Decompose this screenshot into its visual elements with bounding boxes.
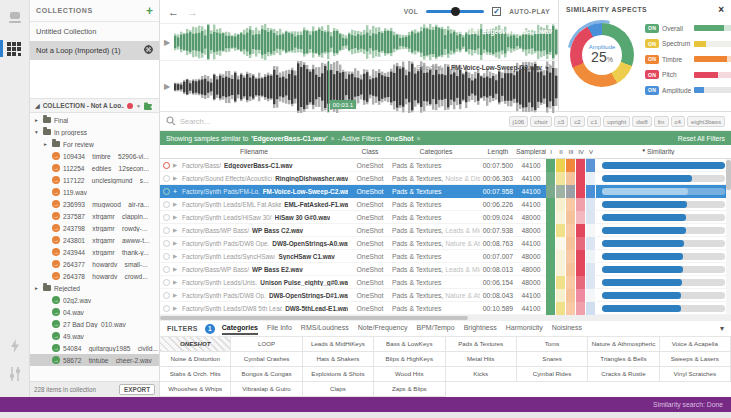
row-marker-ring-icon[interactable] bbox=[163, 188, 170, 195]
aspect-weight-bar[interactable] bbox=[694, 87, 731, 93]
back-button[interactable]: ← bbox=[168, 6, 179, 18]
close-icon[interactable]: × bbox=[718, 4, 724, 15]
column-header-ii[interactable]: II bbox=[556, 149, 566, 155]
collection-item[interactable]: Untitled Collection bbox=[30, 22, 159, 41]
row-marker-ring-icon[interactable] bbox=[163, 162, 170, 169]
category-button[interactable]: Noise & Distortion bbox=[160, 352, 231, 367]
category-button[interactable]: Vinyl Scratches bbox=[660, 367, 731, 382]
row-play-icon[interactable]: ▶ bbox=[173, 227, 179, 233]
playhead-cursor[interactable] bbox=[328, 61, 329, 112]
category-button[interactable]: Hats & Shakers bbox=[303, 352, 374, 367]
tree-item[interactable]: →264377__howardv__small-... bbox=[30, 258, 159, 270]
row-play-icon[interactable]: ▶ bbox=[173, 305, 179, 311]
tree-item[interactable]: →243801__xtrgamr__awww-t... bbox=[30, 234, 159, 246]
tree-item[interactable]: →58672__tintube__cheer-2.wav bbox=[30, 354, 159, 366]
category-button[interactable]: Snares bbox=[517, 352, 588, 367]
category-button[interactable]: Bass & LowKeys bbox=[374, 337, 445, 352]
forward-button[interactable]: → bbox=[187, 6, 198, 18]
category-button[interactable]: Metal Hits bbox=[446, 352, 517, 367]
volume-knob[interactable] bbox=[451, 7, 460, 16]
category-button[interactable]: LOOP bbox=[231, 337, 302, 352]
category-button[interactable]: Bongos & Congas bbox=[231, 367, 302, 382]
table-row[interactable]: ▶Factory/Bass/WP Bass/ WP Bass E2.wavOne… bbox=[160, 263, 731, 276]
search-input[interactable] bbox=[180, 117, 505, 126]
category-button[interactable]: Wood Hits bbox=[374, 367, 445, 382]
row-marker-ring-icon[interactable] bbox=[163, 214, 170, 221]
column-header-samplerate[interactable]: Samplerate bbox=[516, 148, 546, 155]
lightning-icon[interactable] bbox=[6, 337, 24, 355]
tree-dropdown-icon[interactable]: ▼ bbox=[136, 103, 141, 109]
category-button[interactable]: Sweeps & Lasers bbox=[660, 352, 731, 367]
row-play-icon[interactable]: ▶ bbox=[173, 266, 179, 272]
tree-item[interactable]: →243798__xtrgamr__rowdy-... bbox=[30, 222, 159, 234]
column-header-iii[interactable]: III bbox=[566, 149, 576, 155]
tree-item[interactable]: →04.wav bbox=[30, 306, 159, 318]
table-row[interactable]: ▶Factory/Synth Leads/Unis... Unison Puls… bbox=[160, 276, 731, 289]
filter-tab-categories[interactable]: Categories bbox=[222, 322, 258, 335]
collection-tree-header[interactable]: ◢ COLLECTION - Not A Loo.. ▼ bbox=[30, 98, 159, 113]
record-dot-icon[interactable] bbox=[127, 103, 133, 109]
row-marker-ring-icon[interactable] bbox=[163, 305, 170, 312]
column-header-length[interactable]: Length bbox=[480, 148, 516, 155]
collection-item[interactable]: Not a Loop (Imported) (1) bbox=[30, 41, 159, 60]
search-tag[interactable]: c3 bbox=[554, 116, 569, 127]
table-row[interactable]: ▶Factory/Synth Leads/EML Fat Aske... EML… bbox=[160, 198, 731, 211]
row-play-icon[interactable]: ▶ bbox=[173, 240, 179, 246]
category-button[interactable]: Pads & Textures bbox=[446, 337, 517, 352]
volume-slider[interactable] bbox=[426, 10, 484, 13]
filter-tab-noisiness[interactable]: Noisiness bbox=[552, 322, 582, 335]
tree-item[interactable]: →243944__xtrgamr__thank-y... bbox=[30, 246, 159, 258]
search-tag[interactable]: dw8 bbox=[632, 116, 651, 127]
row-play-icon[interactable]: ▶ bbox=[173, 279, 179, 285]
tree-item[interactable]: →117122__unclesigmund__s... bbox=[30, 174, 159, 186]
selected-waveform[interactable]: Selected: FM-Voice-Low-Sweep-C2.wav 00:0… bbox=[174, 61, 558, 112]
tree-item[interactable]: →264378__howardv__crowd... bbox=[30, 270, 159, 282]
row-play-icon[interactable]: ▶ bbox=[173, 253, 179, 259]
tree-item[interactable]: →237587__xtrgamr__clappin... bbox=[30, 210, 159, 222]
tree-item[interactable]: →54084__guitarguy1985__civild... bbox=[30, 342, 159, 354]
search-tag[interactable]: upright bbox=[603, 116, 630, 127]
row-play-icon[interactable]: ▶ bbox=[173, 292, 179, 298]
tree-item[interactable]: →27 Bad Day_010.wav bbox=[30, 318, 159, 330]
aspect-weight-bar[interactable] bbox=[694, 25, 731, 31]
column-header-filename[interactable]: Filename bbox=[160, 148, 348, 155]
category-button[interactable]: Voice & Acapella bbox=[660, 337, 731, 352]
row-marker-ring-icon[interactable] bbox=[163, 227, 170, 234]
filter-tab-file-info[interactable]: File Info bbox=[267, 322, 292, 335]
row-marker-ring-icon[interactable] bbox=[163, 292, 170, 299]
category-button[interactable]: Cymbal Rides bbox=[517, 367, 588, 382]
chevron-down-icon[interactable]: ▾ bbox=[720, 324, 724, 333]
search-tag[interactable]: fm bbox=[654, 116, 669, 127]
table-row[interactable]: ▶Factory/Sound Effects/Acoustic/ Ringing… bbox=[160, 172, 731, 185]
vertical-scroll-thumb[interactable] bbox=[726, 160, 731, 190]
category-button[interactable]: ONESHOT bbox=[160, 337, 231, 352]
search-tag[interactable]: c4 bbox=[671, 116, 686, 127]
column-header-similarity[interactable]: ▼Similarity bbox=[596, 148, 720, 155]
expand-arrow-icon[interactable]: ▸ bbox=[44, 141, 49, 147]
table-row[interactable]: ▶Factory/Bass/ EdgeoverBass-C1.wavOneSho… bbox=[160, 159, 731, 172]
tree-item[interactable]: →236993__mugwood__air-ra... bbox=[30, 198, 159, 210]
category-button[interactable]: Cymbal Crashes bbox=[231, 352, 302, 367]
row-marker-ring-icon[interactable] bbox=[163, 279, 170, 286]
grid-view-icon[interactable] bbox=[6, 40, 24, 58]
play-selected-icon[interactable]: ▶ bbox=[160, 82, 174, 91]
table-row[interactable]: ▶Factory/Synth Leads/DW8 5th Lead/ DW8-5… bbox=[160, 302, 731, 315]
tree-item[interactable]: →49.wav bbox=[30, 330, 159, 342]
category-button[interactable]: Triangles & Bells bbox=[588, 352, 659, 367]
row-marker-ring-icon[interactable] bbox=[163, 253, 170, 260]
filter-tab-rms-loudness[interactable]: RMS/Loudness bbox=[301, 322, 349, 335]
column-header-categories[interactable]: Categories bbox=[392, 148, 480, 155]
row-play-icon[interactable]: ▶ bbox=[173, 201, 179, 207]
search-tag[interactable]: eight3bass bbox=[687, 116, 725, 127]
filter-tab-bpm-tempo[interactable]: BPM/Tempo bbox=[417, 322, 455, 335]
row-marker-ring-icon[interactable] bbox=[163, 201, 170, 208]
table-row[interactable]: +Factory/Synth Pads/FM-Lo... FM-Voice-Lo… bbox=[160, 185, 731, 198]
play-similar-icon[interactable]: ▶ bbox=[160, 38, 174, 47]
expand-arrow-icon[interactable]: ▾ bbox=[35, 129, 40, 135]
table-row[interactable]: ▶Factory/Synth Pads/DW8 Ope... DW8-OpenS… bbox=[160, 237, 731, 250]
tree-item[interactable]: →112254__edbles__12secon... bbox=[30, 162, 159, 174]
table-row[interactable]: ▶Factory/Synth Leads/SyncHSaw/ SyncHSaw … bbox=[160, 250, 731, 263]
vertical-scrollbar[interactable] bbox=[726, 159, 731, 315]
column-header-v[interactable]: V bbox=[586, 149, 596, 155]
category-button[interactable]: Leads & MidHiKeys bbox=[303, 337, 374, 352]
